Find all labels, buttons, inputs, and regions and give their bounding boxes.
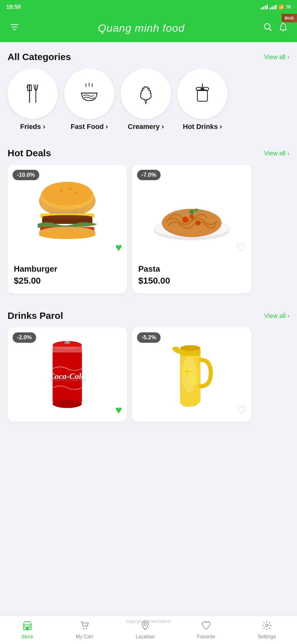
search-icon[interactable] [263,22,272,34]
juice-like-btn[interactable]: ♡ [236,403,246,417]
svg-point-30 [189,209,194,214]
nav-mycart-label: My Cart [76,634,93,640]
categories-header: All Categories View all › [0,42,297,69]
deal-card-pasta[interactable]: -7.0% [132,165,251,293]
fork-knife-icon [20,81,45,106]
cola-like-btn[interactable]: ♥ [115,403,122,417]
hot-deals-view-all[interactable]: View all › [264,150,289,157]
hamburger-discount: -10.0% [13,170,39,180]
nav-store-label: Store [21,634,33,640]
notification-icon[interactable] [279,22,288,34]
header: Quang minh food BUG [0,14,297,42]
icecream-icon [133,81,158,106]
deal-card-juice[interactable]: -5.2% [132,327,251,422]
status-bar: 18:50 📶 78 [0,0,297,14]
juice-image-area: -5.2% [132,327,251,422]
nav-location[interactable]: Location [136,620,155,640]
category-fastfood[interactable]: Fast Food › [64,69,114,131]
hamburger-price: $25.00 [14,276,121,286]
category-frieds-label: Frieds › [20,123,45,131]
pasta-info: Pasta $150.00 [132,259,251,293]
svg-point-53 [266,624,268,627]
category-hotdrinks-circle [177,69,228,119]
nav-settings[interactable]: Settings [258,620,276,640]
svg-point-20 [42,215,92,219]
pasta-image-area: -7.0% [132,165,251,259]
categories-view-all[interactable]: View all › [264,53,289,61]
deal-card-hamburger[interactable]: -10.0% [8,165,127,293]
cola-image: Coca-Cola [39,330,96,419]
hot-deals-header: Hot Deals View all › [0,138,297,165]
svg-point-29 [190,214,194,219]
nav-favorite[interactable]: Favorite [197,620,215,640]
pasta-discount: -7.0% [137,170,161,180]
svg-point-51 [85,628,87,629]
nav-store[interactable]: Store [21,620,33,640]
drinks-title: Drinks Parol [8,310,63,321]
drinks-header: Drinks Parol View all › [0,301,297,327]
app-title: Quang minh food [19,22,263,34]
svg-point-52 [144,623,146,625]
category-creamery[interactable]: Creamery › [121,69,171,131]
category-hotdrinks[interactable]: Hot Drinks › [177,69,228,131]
deal-card-cola[interactable]: -2.0% Coca-Cola [8,327,127,422]
cola-image-area: -2.0% Coca-Cola [8,327,127,422]
gear-icon [262,620,272,633]
hamburger-image-area: -10.0% [8,165,127,259]
svg-rect-10 [201,88,204,90]
juice-image [160,330,223,419]
pasta-name: Pasta [138,264,245,274]
hamburger-image [26,177,108,247]
signal-icon [261,5,268,9]
svg-point-1 [283,30,284,31]
drinks-section: Drinks Parol View all › -2.0% [0,301,297,429]
category-creamery-label: Creamery › [128,123,164,131]
heart-icon [201,620,211,633]
status-time: 18:50 [6,4,21,10]
pasta-like-btn[interactable]: ♡ [236,241,246,254]
svg-point-50 [83,628,84,629]
category-frieds[interactable]: Frieds › [8,69,58,131]
categories-section: All Categories View all › [0,42,297,138]
svg-text:Coca-Cola: Coca-Cola [49,372,85,381]
category-fastfood-circle [64,69,114,119]
location-icon [140,620,150,633]
category-creamery-circle [121,69,171,119]
svg-rect-47 [26,627,29,630]
hamburger-like-btn[interactable]: ♥ [115,241,122,254]
categories-list: Frieds › [0,69,297,138]
hot-deals-section: Hot Deals View all › -10.0% [0,138,297,301]
cart-icon [80,620,90,633]
svg-rect-38 [65,341,69,343]
category-fastfood-label: Fast Food › [71,123,108,131]
store-icon [22,620,32,633]
pasta-price: $150.00 [138,276,245,286]
category-hotdrinks-label: Hot Drinks › [183,123,222,131]
juice-discount: -5.2% [137,332,161,343]
svg-point-31 [195,208,198,212]
signal-icon-2 [270,5,277,9]
bowl-icon [77,81,102,106]
drinks-list: -2.0% Coca-Cola [0,327,297,429]
hamburger-name: Hamburger [14,264,121,274]
svg-point-16 [69,187,72,190]
svg-point-45 [180,345,201,351]
nav-location-label: Location [136,634,155,640]
svg-point-15 [59,189,63,192]
nav-mycart[interactable]: My Cart [76,620,93,640]
categories-title: All Categories [8,52,71,62]
hamburger-info: Hamburger $25.00 [8,259,127,293]
bottom-navigation: Store My Cart Location Favorite [0,616,297,644]
cola-discount: -2.0% [13,332,36,343]
drinks-view-all[interactable]: View all › [264,312,289,319]
svg-point-23 [39,230,96,239]
svg-point-27 [182,217,189,223]
hot-deals-list: -10.0% [0,165,297,301]
nav-favorite-label: Favorite [197,634,215,640]
watermark-corner: BUG [282,14,297,22]
svg-point-17 [75,192,79,194]
svg-rect-35 [52,347,82,353]
wifi-icon: 📶 [278,4,284,9]
filter-icon[interactable] [9,22,19,34]
hot-deals-title: Hot Deals [8,148,51,158]
